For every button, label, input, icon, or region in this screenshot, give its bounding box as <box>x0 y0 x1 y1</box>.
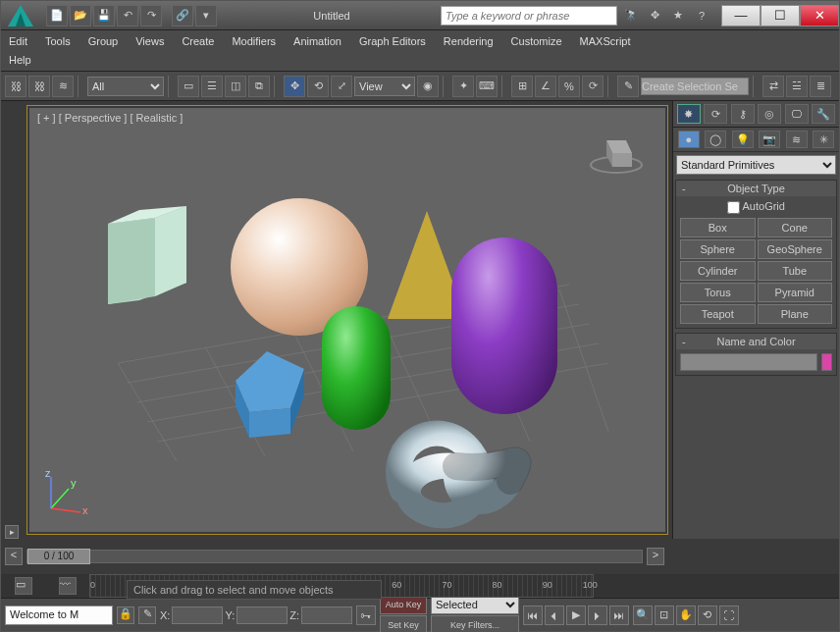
tab-display[interactable]: 🖵 <box>785 104 809 124</box>
object-color-swatch[interactable] <box>821 353 832 371</box>
autogrid-checkbox[interactable] <box>727 201 740 214</box>
layers-icon[interactable]: ≣ <box>810 76 831 97</box>
viewport-label[interactable]: [ + ] [ Perspective ] [ Realistic ] <box>37 112 183 124</box>
undo-icon[interactable]: ↶ <box>117 5 138 26</box>
menu-grapheditors[interactable]: Graph Editors <box>359 32 426 50</box>
zoom-icon[interactable]: 🔍 <box>633 606 653 625</box>
collapse-icon[interactable]: - <box>682 183 686 194</box>
window-crossing-icon[interactable]: ⧉ <box>248 76 270 97</box>
collapse-icon[interactable]: - <box>682 336 686 347</box>
save-icon[interactable]: 💾 <box>93 5 115 26</box>
spinner-snap-icon[interactable]: ⟳ <box>582 76 604 97</box>
scene-prism[interactable] <box>216 351 318 442</box>
time-slider-thumb[interactable]: 0 / 100 <box>27 549 90 564</box>
menu-views[interactable]: Views <box>135 32 164 50</box>
maximize-button[interactable]: ☐ <box>761 5 800 26</box>
named-selection-input[interactable] <box>641 78 749 95</box>
manipulate-icon[interactable]: ✦ <box>452 76 474 97</box>
selection-filter[interactable]: All <box>87 77 164 96</box>
move-icon[interactable]: ✥ <box>284 76 305 97</box>
btn-sphere[interactable]: Sphere <box>680 239 756 259</box>
tab-motion[interactable]: ◎ <box>758 104 781 124</box>
viewport-canvas[interactable]: [ + ] [ Perspective ] [ Realistic ] <box>29 108 665 532</box>
autokey-button[interactable]: Auto Key <box>380 595 427 614</box>
z-input[interactable] <box>301 606 352 624</box>
key-lock-icon[interactable]: 🗝 <box>356 606 376 625</box>
subtab-shapes[interactable]: ◯ <box>705 131 726 148</box>
minimize-button[interactable]: — <box>721 5 761 26</box>
btn-tube[interactable]: Tube <box>758 261 833 281</box>
tab-modify[interactable]: ⟳ <box>704 104 727 124</box>
btn-box[interactable]: Box <box>680 218 756 237</box>
pan-icon[interactable]: ✋ <box>676 606 696 625</box>
toggle-icon[interactable]: ✥ <box>645 6 664 26</box>
ref-coord-dropdown[interactable]: View <box>354 77 415 96</box>
time-slider-track[interactable]: 0 / 100 <box>26 550 643 563</box>
zoom-all-icon[interactable]: ⊡ <box>655 606 674 625</box>
help-icon[interactable]: ? <box>692 6 711 26</box>
tab-create[interactable]: ✸ <box>677 104 701 124</box>
close-button[interactable]: ✕ <box>800 5 839 26</box>
tab-utilities[interactable]: 🔧 <box>812 104 835 124</box>
snap-icon[interactable]: ⊞ <box>511 76 533 97</box>
menu-create[interactable]: Create <box>182 32 214 50</box>
object-name-input[interactable] <box>680 353 817 371</box>
prev-frame-icon[interactable]: ⏴ <box>545 606 564 625</box>
redo-icon[interactable]: ↷ <box>140 5 162 26</box>
select-link-icon[interactable]: ⛓ <box>5 76 26 97</box>
scale-icon[interactable]: ⤢ <box>331 76 352 97</box>
new-icon[interactable]: 📄 <box>46 5 68 26</box>
maximize-vp-icon[interactable]: ⛶ <box>719 606 739 625</box>
select-region-icon[interactable]: ◫ <box>225 76 246 97</box>
named-sel-edit-icon[interactable]: ✎ <box>617 76 639 97</box>
viewport[interactable]: [ + ] [ Perspective ] [ Realistic ] <box>26 105 668 535</box>
keyfilters-button[interactable]: Key Filters... <box>431 615 519 632</box>
menu-modifiers[interactable]: Modifiers <box>232 32 276 50</box>
binoculars-icon[interactable]: 🔭 <box>621 6 641 26</box>
track-curve-icon[interactable]: 〰 <box>59 577 77 595</box>
menu-tools[interactable]: Tools <box>45 32 71 50</box>
percent-snap-icon[interactable]: % <box>558 76 580 97</box>
goto-end-icon[interactable]: ⏭ <box>609 606 629 625</box>
menu-rendering[interactable]: Rendering <box>444 32 494 50</box>
rollout-header-object-type[interactable]: - Object Type <box>676 181 836 196</box>
timeline-prev-icon[interactable]: < <box>5 548 23 565</box>
subtab-cameras[interactable]: 📷 <box>759 131 780 148</box>
angle-snap-icon[interactable]: ∠ <box>535 76 556 97</box>
menu-customize[interactable]: Customize <box>511 32 562 50</box>
orbit-icon[interactable]: ⟲ <box>698 606 717 625</box>
btn-torus[interactable]: Torus <box>680 283 756 302</box>
subtab-helpers[interactable]: ≋ <box>786 131 808 148</box>
timeline-next-icon[interactable]: > <box>647 548 664 565</box>
star-icon[interactable]: ★ <box>668 6 688 26</box>
play-icon[interactable]: ▶ <box>566 606 586 625</box>
setkey-button[interactable]: Set Key <box>380 615 427 632</box>
menu-help[interactable]: Help <box>9 51 831 69</box>
use-center-icon[interactable]: ◉ <box>417 76 439 97</box>
script-icon[interactable]: ✎ <box>138 606 156 624</box>
open-icon[interactable]: 📂 <box>70 5 91 26</box>
scene-box[interactable] <box>108 206 188 316</box>
bind-icon[interactable]: ≋ <box>52 76 74 97</box>
dropdown-icon[interactable]: ▾ <box>195 5 217 26</box>
btn-plane[interactable]: Plane <box>758 304 833 324</box>
unlink-icon[interactable]: ⛓̷ <box>28 76 50 97</box>
scene-capsule-purple[interactable] <box>451 237 557 414</box>
btn-cone[interactable]: Cone <box>758 218 833 237</box>
track-mini-icon[interactable]: ▭ <box>15 577 32 595</box>
menu-maxscript[interactable]: MAXScript <box>580 32 631 50</box>
align-icon[interactable]: ☱ <box>786 76 808 97</box>
btn-cylinder[interactable]: Cylinder <box>680 261 756 281</box>
btn-teapot[interactable]: Teapot <box>680 304 756 324</box>
subtab-lights[interactable]: 💡 <box>732 131 754 148</box>
search-field[interactable] <box>441 6 617 26</box>
btn-pyramid[interactable]: Pyramid <box>758 283 833 302</box>
viewport-expand-icon[interactable]: ▸ <box>5 525 19 539</box>
app-icon[interactable] <box>1 1 40 30</box>
menu-animation[interactable]: Animation <box>293 32 341 50</box>
mirror-icon[interactable]: ⇄ <box>762 76 784 97</box>
goto-start-icon[interactable]: ⏮ <box>523 606 543 625</box>
tab-hierarchy[interactable]: ⚷ <box>731 104 755 124</box>
y-input[interactable] <box>236 606 288 624</box>
select-icon[interactable]: ▭ <box>178 76 199 97</box>
